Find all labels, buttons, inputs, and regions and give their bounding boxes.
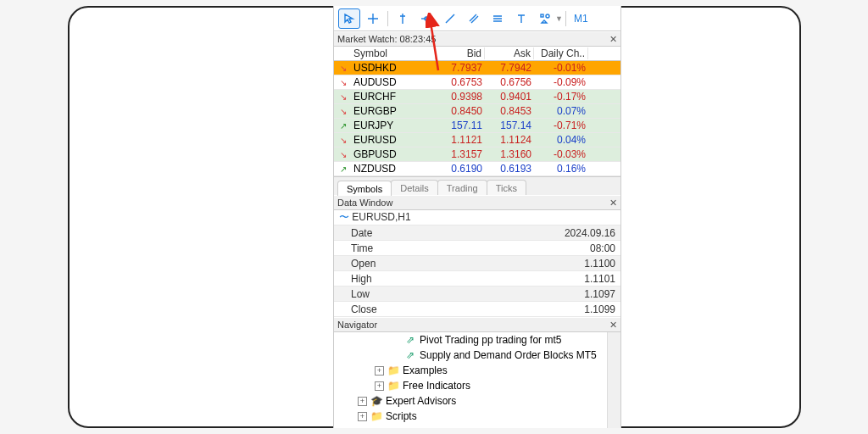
expand-icon[interactable]: + [375,366,384,376]
navigator-title: Navigator [337,320,377,330]
navigator-title-bar: Navigator ✕ [334,317,620,332]
navigator-item[interactable]: +📁Examples [334,363,620,378]
field-key: High [351,273,372,285]
text-tool[interactable] [510,8,532,29]
tab-details[interactable]: Details [391,180,438,195]
direction-icon: ↘ [337,78,351,87]
symbol-cell: EURUSD [351,134,436,146]
navigator-label: Pivot Trading pp trading for mt5 [420,334,561,346]
market-watch-row[interactable]: ↘EURGBP0.84500.84530.07% [334,104,620,119]
direction-icon: ↗ [337,164,351,174]
drawing-toolbar: ▼ M1 [334,6,620,31]
trendline-tool[interactable] [439,8,461,29]
dropdown-caret-icon[interactable]: ▼ [555,14,563,23]
direction-icon: ↘ [337,64,351,73]
change-cell: 0.07% [534,105,588,117]
data-window-field: Open1.1100 [334,256,620,271]
equidistant-channel-tool[interactable] [463,8,485,29]
ask-cell: 1.3160 [485,148,534,160]
data-window-field: Time08:00 [334,241,620,256]
bid-cell: 1.1121 [436,134,485,146]
navigator-label: Scripts [386,410,417,422]
symbol-cell: USDHKD [351,62,436,74]
symbol-cell: EURCHF [351,91,436,103]
navigator-item[interactable]: ⇗Supply and Demand Order Blocks MT5 [334,348,620,363]
direction-icon: ↘ [337,92,351,102]
ask-cell: 1.1124 [485,134,534,146]
market-watch-row[interactable]: ↘EURUSD1.11211.11240.04% [334,133,620,147]
cursor-tool[interactable] [338,8,360,29]
ask-cell: 0.6756 [485,76,534,88]
objects-tool[interactable] [534,8,556,29]
bid-cell: 1.3157 [436,148,485,160]
change-cell: 0.16% [534,163,588,175]
field-value: 1.1097 [584,288,615,300]
timeframe-button[interactable]: M1 [569,10,593,27]
crosshair-tool[interactable] [362,8,384,29]
col-bid[interactable]: Bid [436,47,485,59]
market-watch-header: Symbol Bid Ask Daily Ch.. [334,47,620,61]
data-window-field: Date2024.09.16 [334,225,620,241]
field-value: 2024.09.16 [565,227,615,239]
field-key: Close [351,303,377,315]
market-watch-body: ↘USDHKD7.79377.7942-0.01%↘AUDUSD0.67530.… [334,61,620,176]
market-watch-row[interactable]: ↘USDHKD7.79377.7942-0.01% [334,61,620,75]
svg-rect-1 [541,14,543,17]
navigator-item[interactable]: ⇗Pivot Trading pp trading for mt5 [334,332,620,348]
expand-icon[interactable]: + [358,412,367,421]
scrollbar[interactable] [607,332,620,428]
ask-cell: 157.14 [485,120,534,131]
field-key: Open [351,258,376,270]
field-key: Date [351,227,372,239]
navigator-label: Examples [403,364,448,376]
data-window-symbol-row[interactable]: 〜 EURUSD,H1 [334,210,620,225]
change-cell: 0.04% [534,134,588,146]
market-watch-row[interactable]: ↗NZDUSD0.61900.61930.16% [334,162,620,176]
market-watch-row[interactable]: ↘AUDUSD0.67530.6756-0.09% [334,75,620,90]
market-watch-row[interactable]: ↗EURJPY157.11157.14-0.71% [334,119,620,133]
expand-icon[interactable]: + [358,397,367,406]
folder-icon: 📁 [387,364,399,376]
field-key: Low [351,288,370,300]
data-window-title: Data Window [337,198,392,208]
symbol-cell: EURGBP [351,105,436,117]
bid-cell: 0.8450 [436,105,485,117]
col-ask[interactable]: Ask [485,47,534,59]
tab-symbols[interactable]: Symbols [337,181,392,196]
navigator-item[interactable]: +🎓Expert Advisors [334,393,620,409]
navigator-item[interactable]: +📁Free Indicators [334,378,620,393]
horizontal-line-tool[interactable] [415,8,437,29]
col-change[interactable]: Daily Ch.. [534,47,588,59]
market-watch-row[interactable]: ↘GBPUSD1.31571.3160-0.03% [334,147,620,162]
ask-cell: 0.9401 [485,91,534,103]
data-window-field: Low1.1097 [334,287,620,302]
ask-cell: 7.7942 [485,62,534,74]
navigator-item[interactable]: +📁Scripts [334,409,620,424]
folder-icon: 📁 [387,380,399,392]
ask-cell: 0.8453 [485,105,534,117]
indicator-icon: ⇗ [404,349,416,361]
tab-trading[interactable]: Trading [437,180,487,195]
vertical-line-tool[interactable] [392,8,414,29]
market-watch-tabs: SymbolsDetailsTradingTicks [334,176,620,195]
close-icon[interactable]: ✕ [609,34,617,45]
change-cell: -0.01% [534,62,588,74]
close-icon[interactable]: ✕ [609,320,617,331]
market-watch-row[interactable]: ↘EURCHF0.93980.9401-0.17% [334,90,620,104]
expand-icon[interactable]: + [375,381,384,391]
data-window-field: Close1.1099 [334,302,620,317]
svg-point-2 [546,14,549,18]
market-watch-title-bar: Market Watch: 08:23:45 ✕ [334,31,620,47]
field-value: 1.1101 [584,273,615,285]
direction-icon: ↘ [337,107,351,116]
fibonacci-tool[interactable] [487,8,509,29]
tab-ticks[interactable]: Ticks [487,180,526,195]
symbol-cell: GBPUSD [351,148,436,160]
direction-icon: ↗ [337,121,351,131]
close-icon[interactable]: ✕ [609,198,617,209]
col-symbol[interactable]: Symbol [351,47,436,59]
data-window-body: 〜 EURUSD,H1Date2024.09.16Time08:00Open1.… [334,210,620,317]
direction-icon: ↘ [337,136,351,145]
field-value: 08:00 [590,242,615,254]
field-value: 1.1099 [584,303,615,315]
